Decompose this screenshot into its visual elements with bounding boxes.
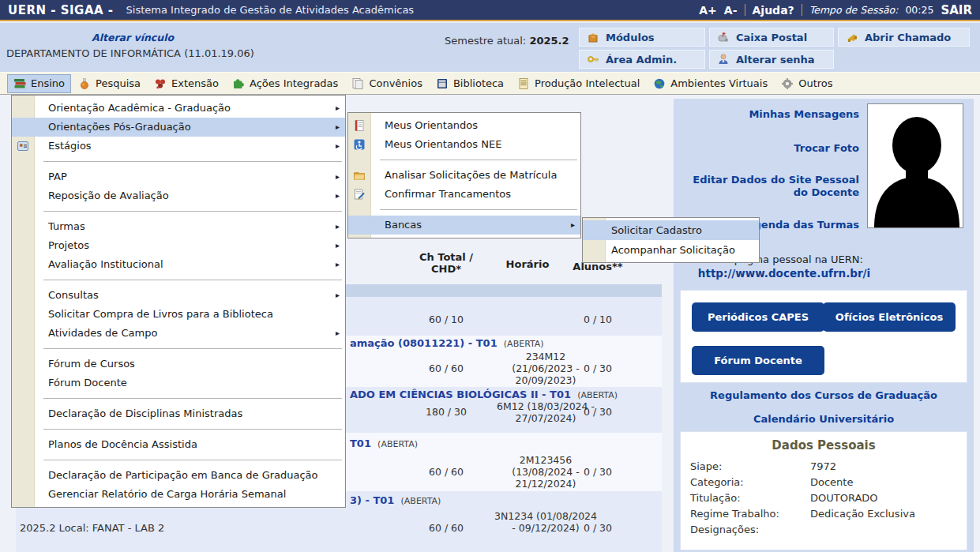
menu-convenios[interactable]: Convênios [346,75,428,92]
submenu-arrow-icon: ▸ [336,167,340,186]
menu-pesquisa[interactable]: Pesquisa [73,75,146,92]
submenu-arrow-icon: ▸ [336,324,340,343]
open-ticket-button[interactable]: Abrir Chamado [838,28,970,47]
periodicos-capes-button[interactable]: Periódicos CAPES [692,302,824,332]
menu-separator [43,460,342,460]
my-messages-link[interactable]: Minhas Mensagens [681,108,859,121]
menu-item-forum-docente[interactable]: Fórum Docente [12,374,345,392]
course-title-row: amação (08011221) - T01 (ABERTA) [350,337,544,349]
menu-separator [43,429,342,430]
menu-item-reposicao-avaliacao[interactable]: Reposição de Avaliação▸ [12,186,345,205]
menu-ambientes-virtuais-label: Ambientes Virtuais [670,77,768,89]
menu-item-meus-orientandos-nee[interactable]: Meus Orientandos NEE [348,135,580,154]
modules-button[interactable]: Módulos [579,28,705,47]
menu-item-projetos[interactable]: Projetos▸ [12,236,345,255]
change-password-button[interactable]: Alterar senha [709,50,834,69]
menu-item-declaracao-banca[interactable]: Declaração de Participação em Banca de G… [12,466,345,485]
menu-item-forum-de-cursos[interactable]: Fórum de Cursos [12,355,345,374]
course-title-link[interactable]: 3) - T01 [350,494,394,506]
font-increase-button[interactable]: A+ [699,4,717,17]
document-icon [517,77,530,90]
submenu-arrow-icon: ▸ [336,236,340,255]
change-bond-link[interactable]: Alterar vínculo [92,32,174,43]
font-decrease-button[interactable]: A- [724,4,738,17]
ribbon-icon [154,77,167,90]
menu-item-consultas[interactable]: Consultas▸ [12,286,345,305]
menu-ensino-label: Ensino [31,77,65,89]
course-title-link[interactable]: amação (08011221) - T01 [350,337,498,349]
menu-item-orientacao-academica[interactable]: Orientação Acadêmica - Graduação▸ [12,99,345,118]
menu-item-turmas[interactable]: Turmas▸ [12,217,345,236]
books-icon [13,77,26,90]
accessibility-icon [353,138,366,151]
app-brand: UERN - SIGAA - [8,3,114,17]
personal-page-url[interactable]: http://www.docente.ufrn.br/i [674,267,895,280]
help-link[interactable]: Ajuda? [753,4,794,17]
ensino-dropdown-menu: Orientação Acadêmica - Graduação▸ Orient… [11,95,346,508]
menu-outros[interactable]: Outros [775,75,838,92]
course-title-link[interactable]: ADO EM CIÊNCIAS BIOLÓGICAS II - T01 [350,389,571,400]
gear-icon [781,77,794,90]
menu-item-orientacoes-pos-graduacao[interactable]: Orientações Pós-Graduação▸ [12,118,345,137]
semester-value: 2025.2 [529,35,569,47]
menu-acoes-integradas[interactable]: Ações Integradas [227,75,344,92]
puzzle-icon [232,77,245,90]
course-title-row: T01 (ABERTA) [350,437,418,449]
menu-separator [380,209,577,210]
menu-item-acompanhar-solicitacao[interactable]: Acompanhar Solicitação [583,240,759,260]
course-status: (ABERTA) [504,339,544,349]
menu-item-analisar-solicitacoes[interactable]: Analisar Solicitações de Matrícula [348,166,580,185]
divider [802,4,802,16]
forum-docente-button[interactable]: Fórum Docente [692,346,824,375]
menu-producao-intelectual[interactable]: Produção Intelectual [512,75,645,92]
menu-item-meus-orientandos[interactable]: Meus Orientandos [348,116,580,135]
submenu-arrow-icon: ▸ [336,137,340,156]
system-title: Sistema Integrado de Gestão de Atividade… [126,4,415,16]
admin-area-button[interactable]: Área Admin. [579,50,705,69]
ch-total-value: 60 / 10 [395,314,498,325]
menu-item-relatorio-carga-horaria[interactable]: Gerenciar Relatório de Carga Horária Sem… [12,485,345,504]
menu-item-solicitar-compra-livros[interactable]: Solicitar Compra de Livros para a Biblio… [12,305,345,324]
course-title-link[interactable]: T01 [350,437,371,449]
alunos-value: 0 / 30 [555,362,640,374]
menu-ambientes-virtuais[interactable]: Ambientes Virtuais [648,75,773,92]
regulamento-link[interactable]: Regulamento dos Cursos de Graduação [674,389,974,401]
menu-item-avaliacao-institucional[interactable]: Avaliação Institucional▸ [12,255,345,274]
admin-area-button-label: Área Admin. [606,54,677,66]
menu-ensino[interactable]: Ensino [8,75,70,92]
mailbox-icon [717,31,730,43]
menu-item-confirmar-trancamentos[interactable]: Confirmar Trancamentos [348,185,580,204]
course-status: (ABERTA) [401,496,441,506]
logout-button[interactable]: SAIR [941,3,972,17]
right-sidebar: Minhas Mensagens Trocar Foto Editar Dado… [674,99,974,552]
quick-buttons-box: Periódicos CAPES Ofícios Eletrônicos Fór… [680,290,967,383]
menu-item-bancas[interactable]: Bancas▸ [348,216,580,235]
calendario-link[interactable]: Calendário Universitário [674,413,974,425]
session-time-value: 00:25 [905,4,933,16]
menu-extensao[interactable]: Extensão [148,75,224,92]
open-folder-icon [353,169,366,182]
regime-value: Dedicação Exclusiva [810,508,915,520]
semester-label: Semestre atual: [445,35,526,47]
department-name: DEPARTAMENTO DE INFORMÁTICA (11.01.19.06… [6,47,254,59]
submenu-arrow-icon: ▸ [336,118,340,137]
titulacao-label: Titulação: [690,492,741,504]
course-title-row: 3) - T01 (ABERTA) [350,494,441,506]
submenu-arrow-icon: ▸ [336,186,340,205]
mailbox-button[interactable]: Caixa Postal [709,28,834,47]
oficios-eletronicos-button[interactable]: Ofícios Eletrônicos [823,302,956,332]
menu-item-declaracao-disciplinas[interactable]: Declaração de Disciplinas Ministradas [12,404,345,423]
menu-item-planos-docencia[interactable]: Planos de Docência Assistida [12,435,345,454]
submenu-arrow-icon: ▸ [336,286,340,305]
edit-personal-site-link[interactable]: Editar Dados do Site Pessoal do Docente [681,174,859,199]
menu-extensao-label: Extensão [171,77,219,89]
menu-item-solicitar-cadastro[interactable]: Solicitar Cadastro [583,220,759,240]
menu-item-atividades-de-campo[interactable]: Atividades de Campo▸ [12,324,345,343]
menu-item-pap[interactable]: PAP▸ [12,167,345,186]
change-photo-link[interactable]: Trocar Foto [681,142,859,155]
menu-biblioteca[interactable]: Biblioteca [430,75,509,92]
menu-item-estagios[interactable]: Estágios▸ [12,137,345,156]
user-icon [717,53,730,66]
globe-icon [653,77,666,90]
papers-icon [351,77,364,90]
